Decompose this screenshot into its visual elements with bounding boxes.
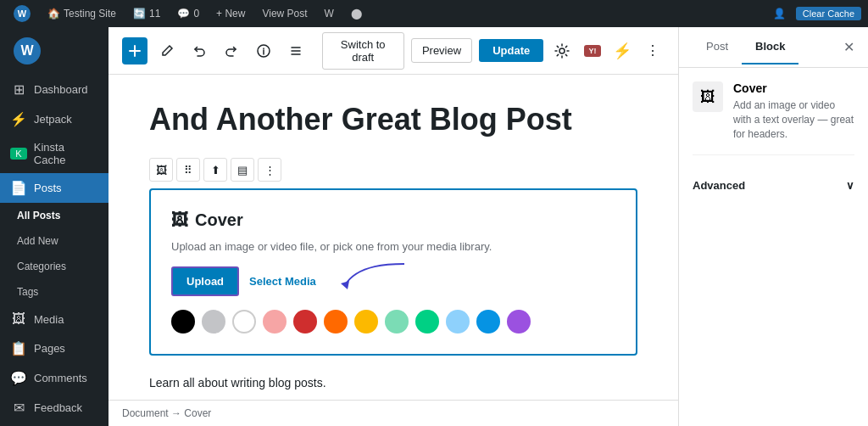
advanced-section[interactable]: Advanced ∨ — [693, 169, 854, 202]
sidebar-item-all-posts[interactable]: All Posts — [0, 203, 108, 228]
tab-post[interactable]: Post — [693, 30, 742, 64]
yoast-icon: Y! — [584, 45, 601, 57]
plus-icon — [129, 45, 141, 57]
color-swatch-5[interactable] — [324, 310, 348, 334]
color-swatch-9[interactable] — [446, 310, 470, 334]
tab-block[interactable]: Block — [742, 30, 798, 64]
main-layout: W ⊞ Dashboard ⚡ Jetpack K Kinsta Cache 📄… — [0, 27, 868, 426]
yoast-button[interactable]: Y! — [581, 37, 604, 64]
color-swatch-0[interactable] — [171, 310, 195, 334]
block-more-button[interactable]: ⋮ — [258, 158, 281, 182]
media-icon: 🖼 — [10, 311, 27, 327]
sidebar-item-tags[interactable]: Tags — [0, 279, 108, 305]
info-button[interactable] — [251, 37, 276, 64]
dashboard-icon: ⊞ — [10, 81, 27, 98]
color-swatch-2[interactable] — [232, 310, 256, 334]
svg-text:W: W — [20, 43, 34, 58]
right-sidebar-close-button[interactable]: ✕ — [843, 39, 854, 55]
gear-icon — [554, 43, 570, 59]
color-swatch-11[interactable] — [507, 310, 531, 334]
block-icon: 🖼 — [693, 81, 723, 112]
undo-button[interactable] — [186, 37, 212, 64]
update-button[interactable]: Update — [479, 39, 543, 62]
breadcrumb: Document → Cover — [108, 400, 678, 426]
sidebar-item-dashboard[interactable]: ⊞ Dashboard — [0, 75, 108, 104]
pen-button[interactable] — [154, 37, 180, 64]
avatar-icon: 👤 — [766, 0, 793, 27]
cover-block: 🖼 Cover Upload an image or video file, o… — [149, 188, 637, 356]
sidebar-logo: W — [0, 27, 108, 75]
more-options-button[interactable]: ⋮ — [641, 37, 665, 64]
color-swatch-4[interactable] — [293, 310, 317, 334]
block-toolbar: 🖼 ⠿ ⬆ ▤ ⋮ — [149, 158, 637, 182]
upload-button[interactable]: Upload — [171, 266, 239, 296]
list-view-button[interactable] — [283, 37, 309, 64]
comment-icon: 💬 — [177, 8, 190, 20]
info-icon — [257, 44, 270, 58]
admin-bar: W 🏠 Testing Site 🔄 11 💬 0 + New View Pos… — [0, 0, 868, 27]
color-swatch-7[interactable] — [385, 310, 409, 334]
list-icon — [289, 44, 303, 58]
updates[interactable]: 🔄 11 — [126, 0, 167, 27]
blog-post-text: Learn all about writing blog posts. — [149, 376, 637, 390]
sidebar-item-categories[interactable]: Categories — [0, 254, 108, 279]
wordpress-icon: W — [14, 5, 31, 22]
view-post[interactable]: View Post — [255, 0, 314, 27]
circle-icon: ⬤ — [344, 0, 369, 27]
sidebar-item-woocommerce[interactable]: 🛒 WooCommerce — [0, 423, 108, 426]
color-swatch-6[interactable] — [354, 310, 378, 334]
sidebar-item-jetpack[interactable]: ⚡ Jetpack — [0, 104, 108, 134]
site-name[interactable]: 🏠 Testing Site — [41, 0, 123, 27]
toolbar-right: Switch to draft Preview Update Y! ⚡ ⋮ — [322, 32, 665, 70]
color-swatch-10[interactable] — [476, 310, 500, 334]
add-block-button[interactable] — [122, 37, 147, 64]
sidebar-item-kinsta[interactable]: K Kinsta Cache — [0, 134, 108, 173]
sidebar-item-posts[interactable]: 📄 Posts — [0, 173, 108, 203]
color-swatch-3[interactable] — [263, 310, 287, 334]
preview-button[interactable]: Preview — [411, 38, 472, 63]
block-name: Cover — [733, 81, 854, 95]
sidebar-item-feedback[interactable]: ✉ Feedback — [0, 393, 108, 423]
select-media-button[interactable]: Select Media — [249, 275, 316, 288]
bolt-button[interactable]: ⚡ — [611, 37, 635, 64]
comments[interactable]: 💬 0 — [170, 0, 206, 27]
comments-icon: 💬 — [10, 370, 27, 386]
cover-description: Upload an image or video file, or pick o… — [171, 240, 615, 253]
wp-sidebar-icon: W — [14, 37, 41, 64]
redo-icon — [225, 44, 238, 58]
cover-buttons: Upload Select Media — [171, 266, 615, 296]
svg-marker-6 — [341, 281, 349, 289]
undo-icon — [192, 44, 206, 58]
sidebar-item-add-new[interactable]: Add New — [0, 228, 108, 254]
woo-icon-bar: W — [318, 0, 341, 27]
right-sidebar-content: 🖼 Cover Add an image or video with a tex… — [679, 68, 868, 216]
redo-button[interactable] — [219, 37, 244, 64]
block-description: Add an image or video with a text overla… — [733, 98, 854, 141]
switch-draft-button[interactable]: Switch to draft — [322, 32, 404, 70]
right-sidebar: Post Block ✕ 🖼 Cover Add an image or vid… — [678, 27, 868, 426]
block-move-up-button[interactable]: ⬆ — [203, 158, 227, 182]
svg-point-3 — [559, 48, 565, 53]
pages-icon: 📋 — [10, 340, 27, 356]
block-align-button[interactable]: ▤ — [231, 158, 254, 182]
sidebar: W ⊞ Dashboard ⚡ Jetpack K Kinsta Cache 📄… — [0, 27, 108, 426]
block-image-button[interactable]: 🖼 — [149, 158, 173, 182]
wp-logo[interactable]: W — [7, 0, 37, 27]
jetpack-icon: ⚡ — [10, 111, 27, 127]
editor-scroll: And Another Great Blog Post 🖼 ⠿ ⬆ ▤ ⋮ 🖼 … — [108, 75, 678, 426]
settings-button[interactable] — [550, 37, 574, 64]
feedback-icon: ✉ — [10, 400, 27, 416]
color-swatch-1[interactable] — [202, 310, 225, 334]
color-swatch-8[interactable] — [415, 310, 439, 334]
editor-area: Switch to draft Preview Update Y! ⚡ ⋮ — [108, 27, 678, 426]
block-drag-button[interactable]: ⠿ — [176, 158, 200, 182]
new-item[interactable]: + New — [209, 0, 252, 27]
refresh-icon: 🔄 — [133, 8, 146, 20]
sidebar-item-media[interactable]: 🖼 Media — [0, 305, 108, 334]
sidebar-item-comments[interactable]: 💬 Comments — [0, 363, 108, 393]
cover-block-header: 🖼 Cover — [171, 210, 615, 230]
clear-cache-button[interactable]: Clear Cache — [796, 7, 861, 20]
post-title[interactable]: And Another Great Blog Post — [149, 102, 637, 137]
house-icon: 🏠 — [47, 8, 60, 20]
sidebar-item-pages[interactable]: 📋 Pages — [0, 334, 108, 363]
